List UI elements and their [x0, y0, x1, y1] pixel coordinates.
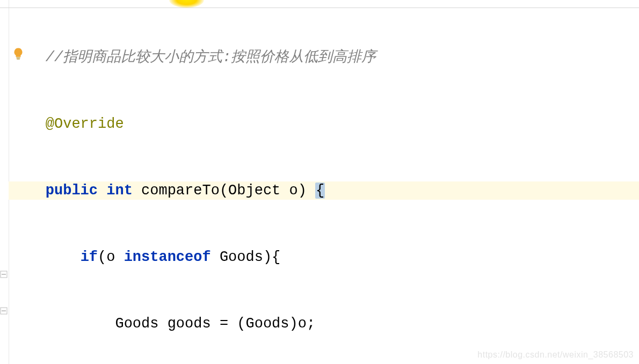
svg-rect-1 [17, 59, 20, 60]
code-line[interactable]: @Override [9, 115, 639, 133]
identifier: goods [168, 316, 211, 332]
identifier: o [106, 249, 115, 265]
code-line-current[interactable]: public int compareTo(Object o) { [9, 181, 639, 200]
identifier: Goods [115, 316, 158, 332]
fold-handle[interactable] [0, 266, 8, 274]
identifier: compareTo [141, 183, 220, 199]
kw: int [106, 183, 133, 199]
punct: ( [220, 183, 228, 199]
annotation: @Override [46, 116, 124, 132]
punct: ) [263, 249, 272, 265]
punct: ) [289, 316, 298, 332]
code-editor[interactable]: //指明商品比较大小的方式:按照价格从低到高排序 @Override publi… [0, 0, 639, 364]
identifier: Object [228, 183, 280, 199]
fold-handle[interactable] [0, 303, 8, 310]
identifier: Goods [245, 316, 289, 332]
punct: ) [298, 183, 307, 199]
comment: //指明商品比较大小的方式:按照价格从低到高排序 [46, 49, 376, 65]
code-area[interactable]: //指明商品比较大小的方式:按照价格从低到高排序 @Override publi… [9, 0, 639, 364]
identifier: o [289, 183, 298, 199]
code-line[interactable]: Goods goods = (Goods)o; [9, 315, 639, 333]
punct: ; [307, 316, 315, 332]
code-line[interactable]: //指明商品比较大小的方式:按照价格从低到高排序 [9, 48, 639, 67]
punct: ( [98, 249, 106, 265]
code-line[interactable]: if(o instanceof Goods){ [9, 248, 639, 266]
identifier: Goods [220, 249, 263, 265]
punct: { [272, 249, 280, 265]
intention-bulb-icon[interactable] [12, 47, 25, 60]
kw: public [46, 183, 98, 199]
svg-rect-0 [16, 57, 20, 59]
punct: = [220, 316, 228, 332]
punct: ( [237, 316, 245, 332]
kw: if [81, 249, 98, 265]
kw: instanceof [124, 249, 211, 265]
identifier: o [298, 316, 307, 332]
brace-match: { [315, 183, 325, 199]
